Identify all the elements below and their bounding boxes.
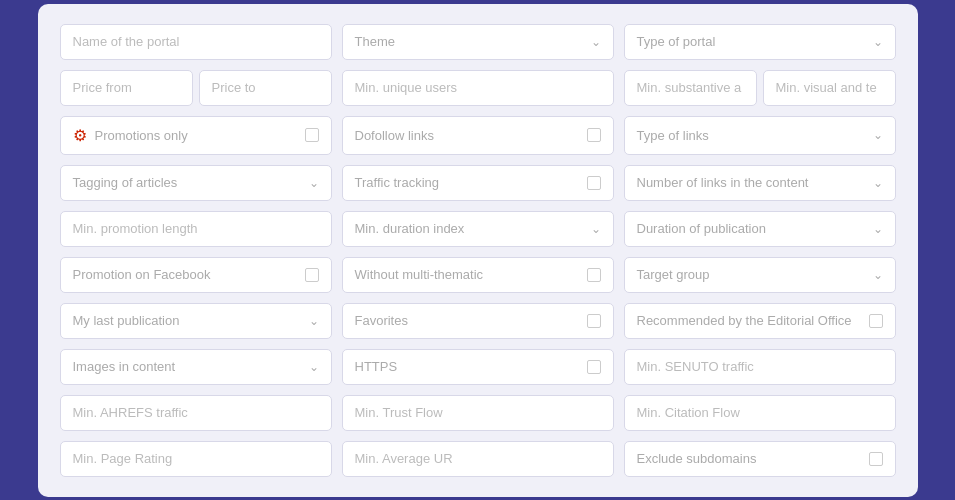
- recommended-field[interactable]: Recommended by the Editorial Office: [624, 303, 896, 339]
- name-of-portal-input[interactable]: [73, 34, 319, 49]
- number-of-links-chevron: ⌄: [873, 176, 883, 190]
- min-citation-flow-input[interactable]: [637, 405, 883, 420]
- dofollow-links-field[interactable]: Dofollow links: [342, 116, 614, 155]
- min-ahrefs-traffic-input[interactable]: [73, 405, 319, 420]
- row-6: Promotion on Facebook Without multi-them…: [60, 257, 896, 293]
- recommended-label: Recommended by the Editorial Office: [637, 313, 869, 328]
- promotions-only-checkbox[interactable]: [305, 128, 319, 142]
- min-substantive-input[interactable]: [637, 80, 744, 95]
- recommended-checkbox[interactable]: [869, 314, 883, 328]
- tagging-of-articles-label: Tagging of articles: [73, 175, 303, 190]
- min-visual-input[interactable]: [776, 80, 883, 95]
- min-page-rating-input[interactable]: [73, 451, 319, 466]
- tagging-of-articles-field[interactable]: Tagging of articles ⌄: [60, 165, 332, 201]
- min-ahrefs-traffic-field[interactable]: [60, 395, 332, 431]
- https-label: HTTPS: [355, 359, 587, 374]
- min-duration-chevron: ⌄: [591, 222, 601, 236]
- promotions-only-field[interactable]: ⚙ Promotions only: [60, 116, 332, 155]
- traffic-tracking-label: Traffic tracking: [355, 175, 587, 190]
- number-of-links-label: Number of links in the content: [637, 175, 867, 190]
- min-page-rating-field[interactable]: [60, 441, 332, 477]
- price-from-input[interactable]: [73, 80, 180, 95]
- without-multi-thematic-checkbox[interactable]: [587, 268, 601, 282]
- tagging-chevron: ⌄: [309, 176, 319, 190]
- promotion-on-facebook-label: Promotion on Facebook: [73, 267, 305, 282]
- without-multi-thematic-field[interactable]: Without multi-thematic: [342, 257, 614, 293]
- my-last-publication-label: My last publication: [73, 313, 303, 328]
- promotion-on-facebook-field[interactable]: Promotion on Facebook: [60, 257, 332, 293]
- min-citation-flow-field[interactable]: [624, 395, 896, 431]
- target-group-chevron: ⌄: [873, 268, 883, 282]
- row-2: [60, 70, 896, 106]
- https-field[interactable]: HTTPS: [342, 349, 614, 385]
- row-4: Tagging of articles ⌄ Traffic tracking N…: [60, 165, 896, 201]
- promotions-only-label: Promotions only: [95, 128, 305, 143]
- type-of-portal-field[interactable]: Type of portal ⌄: [624, 24, 896, 60]
- min-substantive-field[interactable]: [624, 70, 757, 106]
- images-in-content-label: Images in content: [73, 359, 303, 374]
- min-promotion-length-input[interactable]: [73, 221, 319, 236]
- number-of-links-field[interactable]: Number of links in the content ⌄: [624, 165, 896, 201]
- type-of-portal-chevron: ⌄: [873, 35, 883, 49]
- target-group-label: Target group: [637, 267, 867, 282]
- row-9: [60, 395, 896, 431]
- theme-chevron: ⌄: [591, 35, 601, 49]
- min-duration-index-label: Min. duration index: [355, 221, 585, 236]
- https-checkbox[interactable]: [587, 360, 601, 374]
- price-to-input[interactable]: [212, 80, 319, 95]
- exclude-subdomains-checkbox[interactable]: [869, 452, 883, 466]
- min-average-ur-field[interactable]: [342, 441, 614, 477]
- exclude-subdomains-label: Exclude subdomains: [637, 451, 869, 466]
- row-3: ⚙ Promotions only Dofollow links Type of…: [60, 116, 896, 155]
- my-last-publication-chevron: ⌄: [309, 314, 319, 328]
- min-unique-users-input[interactable]: [355, 80, 601, 95]
- min-unique-users-field[interactable]: [342, 70, 614, 106]
- dofollow-links-label: Dofollow links: [355, 128, 587, 143]
- exclude-subdomains-field[interactable]: Exclude subdomains: [624, 441, 896, 477]
- min-average-ur-input[interactable]: [355, 451, 601, 466]
- min-visual-field[interactable]: [763, 70, 896, 106]
- type-of-links-chevron: ⌄: [873, 128, 883, 142]
- price-row: [60, 70, 332, 106]
- filter-card: Theme ⌄ Type of portal ⌄: [38, 4, 918, 497]
- price-to-field[interactable]: [199, 70, 332, 106]
- theme-label: Theme: [355, 34, 585, 49]
- theme-field[interactable]: Theme ⌄: [342, 24, 614, 60]
- min-content-row: [624, 70, 896, 106]
- type-of-portal-label: Type of portal: [637, 34, 867, 49]
- type-of-links-field[interactable]: Type of links ⌄: [624, 116, 896, 155]
- duration-of-publication-label: Duration of publication: [637, 221, 867, 236]
- promo-icon: ⚙: [73, 126, 87, 145]
- row-5: Min. duration index ⌄ Duration of public…: [60, 211, 896, 247]
- type-of-links-label: Type of links: [637, 128, 867, 143]
- min-trust-flow-field[interactable]: [342, 395, 614, 431]
- min-senuto-traffic-field[interactable]: [624, 349, 896, 385]
- images-chevron: ⌄: [309, 360, 319, 374]
- name-of-portal-field[interactable]: [60, 24, 332, 60]
- without-multi-thematic-label: Without multi-thematic: [355, 267, 587, 282]
- min-senuto-traffic-input[interactable]: [637, 359, 883, 374]
- row-1: Theme ⌄ Type of portal ⌄: [60, 24, 896, 60]
- favorites-field[interactable]: Favorites: [342, 303, 614, 339]
- row-7: My last publication ⌄ Favorites Recommen…: [60, 303, 896, 339]
- row-10: Exclude subdomains: [60, 441, 896, 477]
- my-last-publication-field[interactable]: My last publication ⌄: [60, 303, 332, 339]
- dofollow-links-checkbox[interactable]: [587, 128, 601, 142]
- duration-of-publication-field[interactable]: Duration of publication ⌄: [624, 211, 896, 247]
- promotion-on-facebook-checkbox[interactable]: [305, 268, 319, 282]
- row-8: Images in content ⌄ HTTPS: [60, 349, 896, 385]
- images-in-content-field[interactable]: Images in content ⌄: [60, 349, 332, 385]
- min-trust-flow-input[interactable]: [355, 405, 601, 420]
- min-promotion-length-field[interactable]: [60, 211, 332, 247]
- traffic-tracking-field[interactable]: Traffic tracking: [342, 165, 614, 201]
- traffic-tracking-checkbox[interactable]: [587, 176, 601, 190]
- filter-form: Theme ⌄ Type of portal ⌄: [60, 24, 896, 477]
- min-duration-index-field[interactable]: Min. duration index ⌄: [342, 211, 614, 247]
- price-from-field[interactable]: [60, 70, 193, 106]
- favorites-label: Favorites: [355, 313, 587, 328]
- duration-chevron: ⌄: [873, 222, 883, 236]
- favorites-checkbox[interactable]: [587, 314, 601, 328]
- target-group-field[interactable]: Target group ⌄: [624, 257, 896, 293]
